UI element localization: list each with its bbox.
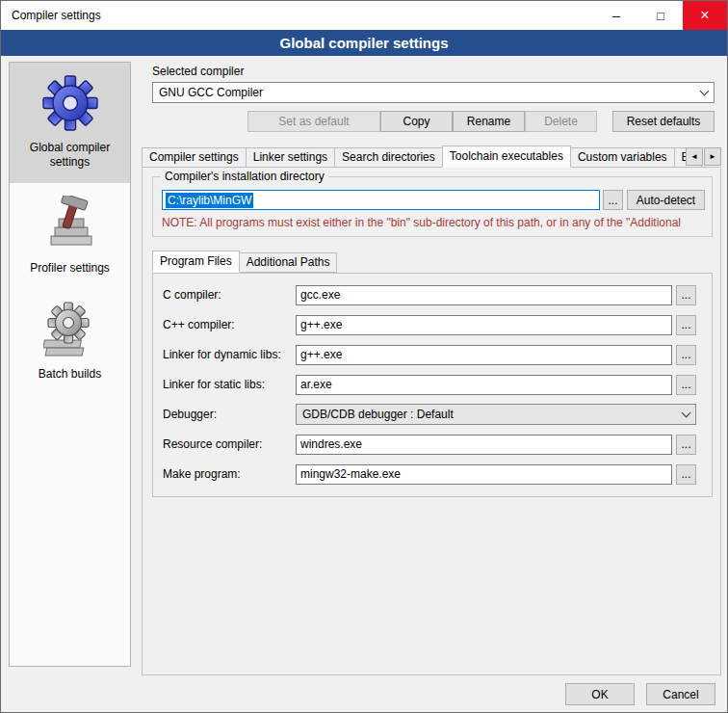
maximize-button[interactable]: □ bbox=[638, 1, 683, 30]
gray-gear-stack-icon bbox=[43, 302, 97, 357]
chevron-down-icon[interactable] bbox=[676, 405, 695, 424]
selected-compiler-label: Selected compiler bbox=[152, 65, 244, 78]
field-row: Resource compiler: ... bbox=[163, 434, 696, 455]
tab-linker-settings[interactable]: Linker settings bbox=[246, 147, 335, 168]
field-row: C++ compiler: ... bbox=[163, 314, 696, 335]
delete-button[interactable]: Delete bbox=[525, 111, 597, 132]
field-row: Make program: ... bbox=[163, 463, 696, 485]
sidebar-item-label: Global compiler settings bbox=[13, 141, 126, 170]
sidebar-item-label: Batch builds bbox=[39, 367, 101, 382]
cpp-compiler-browse-button[interactable]: ... bbox=[676, 315, 696, 335]
settings-tabbar: Compiler settings Linker settings Search… bbox=[142, 145, 721, 168]
linker-static-input[interactable] bbox=[296, 375, 672, 395]
resource-compiler-input[interactable] bbox=[296, 435, 672, 455]
tab-custom-variables[interactable]: Custom variables bbox=[570, 147, 675, 168]
linker-static-label: Linker for static libs: bbox=[163, 378, 296, 391]
sidebar-item-global-compiler-settings[interactable]: Global compiler settings bbox=[10, 63, 130, 183]
copy-button[interactable]: Copy bbox=[380, 111, 453, 132]
page-title: Global compiler settings bbox=[1, 30, 727, 56]
reset-defaults-button[interactable]: Reset defaults bbox=[612, 111, 715, 132]
installation-directory-input[interactable]: C:\raylib\MinGW bbox=[162, 190, 600, 210]
minimize-button[interactable]: – bbox=[594, 1, 638, 30]
selected-compiler-value: GNU GCC Compiler bbox=[153, 86, 694, 99]
auto-detect-button[interactable]: Auto-detect bbox=[627, 190, 705, 210]
window-title: Compiler settings bbox=[1, 9, 101, 22]
tab-compiler-settings[interactable]: Compiler settings bbox=[142, 147, 247, 168]
make-program-browse-button[interactable]: ... bbox=[676, 464, 696, 485]
blue-gear-icon bbox=[42, 75, 98, 131]
note-text: NOTE: All programs must exist either in … bbox=[162, 216, 710, 229]
linker-static-browse-button[interactable]: ... bbox=[676, 375, 696, 395]
compiler-settings-dialog: Compiler settings – □ × Global compiler … bbox=[0, 0, 728, 713]
linker-dynamic-input[interactable] bbox=[296, 345, 672, 365]
cpp-compiler-label: C++ compiler: bbox=[163, 318, 296, 331]
caption-buttons: – □ × bbox=[594, 1, 727, 30]
c-compiler-label: C compiler: bbox=[163, 288, 296, 302]
linker-dynamic-label: Linker for dynamic libs: bbox=[163, 348, 296, 361]
resource-compiler-browse-button[interactable]: ... bbox=[676, 435, 696, 455]
c-compiler-input[interactable] bbox=[296, 285, 672, 305]
profiler-tool-icon bbox=[44, 196, 96, 251]
debugger-dropdown[interactable]: GDB/CDB debugger : Default bbox=[296, 404, 696, 425]
make-program-input[interactable] bbox=[296, 464, 672, 485]
cpp-compiler-input[interactable] bbox=[296, 315, 672, 335]
ok-button[interactable]: OK bbox=[565, 683, 635, 705]
sidebar-item-batch-builds[interactable]: Batch builds bbox=[10, 289, 130, 395]
installation-directory-value: C:\raylib\MinGW bbox=[166, 193, 253, 208]
tab-scroll-buttons: ◄ ► bbox=[685, 147, 721, 166]
tab-toolchain-executables[interactable]: Toolchain executables bbox=[442, 145, 571, 168]
compiler-actions: Set as default Copy Rename Delete Reset … bbox=[152, 111, 715, 132]
close-button[interactable]: × bbox=[683, 1, 727, 30]
tab-scroll-left-button[interactable]: ◄ bbox=[686, 147, 703, 166]
toolchain-executables-page: Compiler's installation directory C:\ray… bbox=[142, 167, 721, 675]
tab-search-directories[interactable]: Search directories bbox=[334, 147, 443, 168]
resource-compiler-label: Resource compiler: bbox=[163, 437, 296, 451]
rename-button[interactable]: Rename bbox=[453, 111, 525, 132]
selected-compiler-dropdown[interactable]: GNU GCC Compiler bbox=[152, 82, 715, 103]
field-row: C compiler: ... bbox=[163, 284, 696, 305]
subtab-additional-paths[interactable]: Additional Paths bbox=[239, 252, 338, 273]
group-title: Compiler's installation directory bbox=[161, 170, 328, 183]
program-files-page: C compiler: ... C++ compiler: ... Linker… bbox=[152, 273, 713, 497]
titlebar[interactable]: Compiler settings – □ × bbox=[1, 1, 727, 30]
linker-dynamic-browse-button[interactable]: ... bbox=[676, 345, 696, 365]
c-compiler-browse-button[interactable]: ... bbox=[676, 285, 696, 305]
field-row: Debugger: GDB/CDB debugger : Default bbox=[163, 404, 696, 425]
field-row: Linker for static libs: ... bbox=[163, 374, 696, 395]
debugger-value: GDB/CDB debugger : Default bbox=[297, 408, 676, 421]
make-program-label: Make program: bbox=[163, 467, 296, 481]
field-row: Linker for dynamic libs: ... bbox=[163, 344, 696, 365]
debugger-label: Debugger: bbox=[163, 408, 296, 421]
sidebar-item-label: Profiler settings bbox=[30, 261, 110, 276]
installation-directory-browse-button[interactable]: ... bbox=[603, 190, 623, 210]
sidebar-item-profiler-settings[interactable]: Profiler settings bbox=[10, 183, 130, 289]
installation-directory-group: Compiler's installation directory C:\ray… bbox=[152, 176, 713, 237]
cancel-button[interactable]: Cancel bbox=[646, 683, 715, 705]
chevron-down-icon[interactable] bbox=[694, 83, 714, 102]
subtab-program-files[interactable]: Program Files bbox=[152, 251, 240, 273]
program-files-tabbar: Program Files Additional Paths bbox=[152, 251, 336, 273]
tab-scroll-right-button[interactable]: ► bbox=[704, 147, 721, 166]
set-as-default-button[interactable]: Set as default bbox=[247, 111, 380, 132]
settings-category-list: Global compiler settings Profiler settin… bbox=[9, 62, 131, 667]
